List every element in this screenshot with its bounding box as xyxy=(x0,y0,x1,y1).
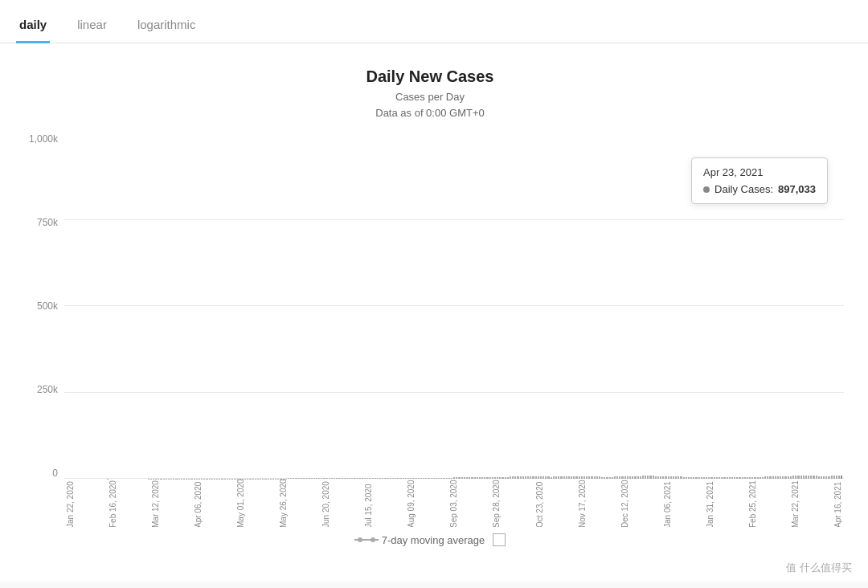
x-label: Apr 06, 2020 xyxy=(194,484,203,527)
x-label: Nov 17, 2020 xyxy=(578,484,587,527)
y-label-0: 0 xyxy=(52,468,58,479)
tooltip: Apr 23, 2021 Daily Cases: 897,033 xyxy=(691,157,828,204)
tooltip-date: Apr 23, 2021 xyxy=(703,166,816,178)
legend: 7-day moving average xyxy=(16,533,844,546)
y-label-1000k: 1,000k xyxy=(29,133,58,145)
legend-label: 7-day moving average xyxy=(382,534,485,546)
x-label: Apr 16, 2021 xyxy=(833,484,842,527)
tooltip-label: Daily Cases: xyxy=(714,183,773,195)
legend-line-icon xyxy=(354,539,379,541)
x-label: Sep 03, 2020 xyxy=(449,484,458,527)
tooltip-value: Daily Cases: 897,033 xyxy=(703,183,816,195)
chart-area: 1,000k 750k 500k 250k 0 Apr 23, 2021 xyxy=(16,133,844,527)
x-label: Sep 28, 2020 xyxy=(492,484,501,527)
tooltip-number: 897,033 xyxy=(778,183,816,195)
subtitle-line2: Data as of 0:00 GMT+0 xyxy=(375,107,484,119)
y-label-500k: 500k xyxy=(37,300,58,312)
tab-daily[interactable]: daily xyxy=(16,10,50,43)
x-axis: Jan 22, 2020Feb 16, 2020Mar 12, 2020Apr … xyxy=(64,479,844,527)
tooltip-dot xyxy=(703,186,710,193)
tab-logarithmic[interactable]: logarithmic xyxy=(134,10,199,43)
watermark: 值 什么值得买 xyxy=(786,561,852,575)
y-label-250k: 250k xyxy=(37,384,58,395)
x-label: Jan 22, 2020 xyxy=(66,484,75,527)
legend-moving-avg: 7-day moving average xyxy=(354,534,485,546)
subtitle-line1: Cases per Day xyxy=(395,91,465,103)
x-label: Jun 20, 2020 xyxy=(321,484,330,527)
x-label: Jan 31, 2021 xyxy=(706,484,714,527)
x-label: May 01, 2020 xyxy=(236,484,245,527)
x-label: Mar 12, 2020 xyxy=(151,484,160,527)
y-label-750k: 750k xyxy=(37,217,58,228)
x-label: Jul 15, 2020 xyxy=(364,484,373,527)
chart-title: Daily New Cases xyxy=(16,67,844,86)
y-axis: 1,000k 750k 500k 250k 0 xyxy=(16,133,64,479)
x-label: Feb 25, 2021 xyxy=(748,484,757,527)
x-label: Oct 23, 2020 xyxy=(535,484,544,527)
chart-subtitle: Cases per Day Data as of 0:00 GMT+0 xyxy=(16,89,844,120)
chart-container: Daily New Cases Cases per Day Data as of… xyxy=(0,43,868,582)
tab-linear[interactable]: linear xyxy=(74,10,110,43)
x-label: May 26, 2020 xyxy=(279,484,288,527)
tab-bar: daily linear logarithmic xyxy=(0,0,868,43)
legend-checkbox[interactable] xyxy=(493,533,506,546)
x-label: Mar 22, 2021 xyxy=(791,484,800,527)
x-label: Dec 12, 2020 xyxy=(620,484,629,527)
plot-area: Apr 23, 2021 Daily Cases: 897,033 xyxy=(64,133,844,479)
x-label: Feb 16, 2020 xyxy=(108,484,117,527)
x-label: Aug 09, 2020 xyxy=(407,484,416,527)
x-label: Jan 06, 2021 xyxy=(663,484,672,527)
